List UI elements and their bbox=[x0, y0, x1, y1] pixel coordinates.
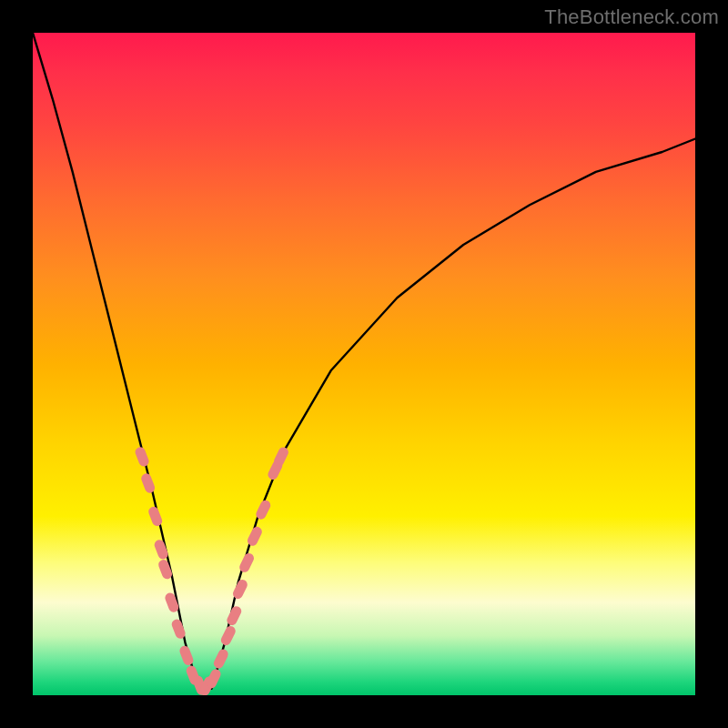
sample-markers bbox=[134, 446, 290, 695]
svg-rect-2 bbox=[147, 505, 164, 527]
svg-rect-16 bbox=[238, 551, 256, 574]
svg-rect-12 bbox=[212, 648, 230, 671]
svg-rect-17 bbox=[246, 525, 264, 548]
chart-frame: TheBottleneck.com bbox=[0, 0, 728, 728]
svg-rect-0 bbox=[134, 446, 150, 468]
bottleneck-curve bbox=[33, 33, 695, 689]
watermark-text: TheBottleneck.com bbox=[544, 5, 719, 29]
svg-rect-1 bbox=[140, 472, 157, 494]
plot-area bbox=[33, 33, 695, 695]
svg-rect-13 bbox=[219, 624, 238, 647]
chart-svg bbox=[33, 33, 695, 695]
